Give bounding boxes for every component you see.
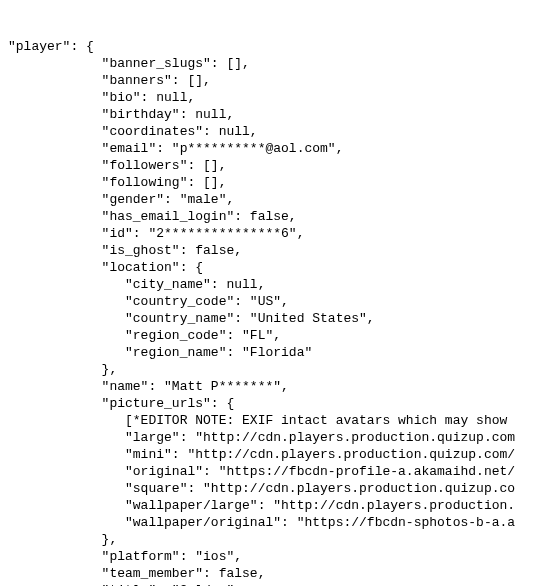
code-line: "location": { [8,259,533,276]
code-line: "followers": [], [8,157,533,174]
code-line: "name": "Matt P*******", [8,378,533,395]
code-line: }, [8,361,533,378]
code-line: "bio": null, [8,89,533,106]
code-line: }, [8,531,533,548]
code-line: "id": "2***************6", [8,225,533,242]
code-line: "country_name": "United States", [8,310,533,327]
code-line: "has_email_login": false, [8,208,533,225]
code-line: "coordinates": null, [8,123,533,140]
code-line: "wallpaper/large": "http://cdn.players.p… [8,497,533,514]
code-line: "wallpaper/original": "https://fbcdn-sph… [8,514,533,531]
code-line: "region_code": "FL", [8,327,533,344]
code-line: "large": "http://cdn.players.production.… [8,429,533,446]
code-line: "banner_slugs": [], [8,55,533,72]
code-line: "country_code": "US", [8,293,533,310]
code-line: "is_ghost": false, [8,242,533,259]
code-line: "original": "https://fbcdn-profile-a.aka… [8,463,533,480]
code-line: "email": "p**********@aol.com", [8,140,533,157]
code-line: [*EDITOR NOTE: EXIF intact avatars which… [8,412,533,429]
code-line: "city_name": null, [8,276,533,293]
code-line: "player": { [8,38,533,55]
code-line: "birthday": null, [8,106,533,123]
code-line: "picture_urls": { [8,395,533,412]
code-line: "banners": [], [8,72,533,89]
code-line: "team_member": false, [8,565,533,582]
code-line: "mini": "http://cdn.players.production.q… [8,446,533,463]
code-line: "region_name": "Florida" [8,344,533,361]
code-block: "player": { "banner_slugs": [], "banners… [8,38,533,586]
code-line: "square": "http://cdn.players.production… [8,480,533,497]
code-line: "title": "Golden", [8,582,533,586]
code-line: "following": [], [8,174,533,191]
code-line: "gender": "male", [8,191,533,208]
code-line: "platform": "ios", [8,548,533,565]
